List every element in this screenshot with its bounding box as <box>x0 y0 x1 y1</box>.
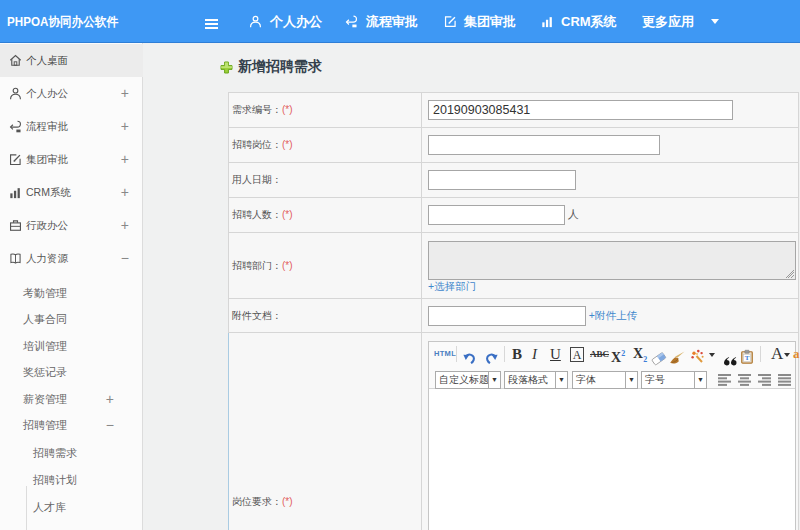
svg-text:T: T <box>745 354 750 362</box>
